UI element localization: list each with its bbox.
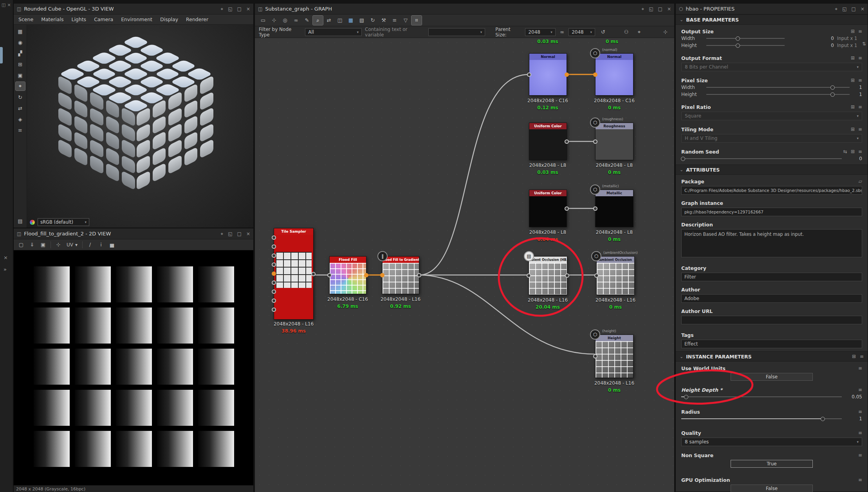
view3d-viewport[interactable]: sRGB (default) ▾ xyxy=(27,25,253,228)
random-seed-slider[interactable] xyxy=(681,158,842,159)
use-world-units-toggle[interactable]: False xyxy=(731,373,813,381)
input-port[interactable] xyxy=(272,298,276,303)
pixel-width-value[interactable]: 1 xyxy=(853,85,862,90)
pan-tool-icon[interactable]: ⊹ xyxy=(269,16,279,25)
menu-icon[interactable]: ≡ xyxy=(858,387,862,393)
uv-mode-select[interactable]: UV ▾ xyxy=(64,241,80,249)
category-field[interactable]: Filter xyxy=(681,273,862,281)
menu-icon[interactable]: ≡ xyxy=(858,127,862,132)
levels-icon[interactable]: ≡ xyxy=(390,16,400,25)
tiling-mode-select[interactable]: H and V Tiling ▾ xyxy=(681,134,862,143)
menu-icon[interactable]: ≡ xyxy=(858,104,862,110)
input-port[interactable] xyxy=(272,235,276,240)
float-icon[interactable]: ◱ xyxy=(228,231,232,237)
pin-icon[interactable]: ⌖ xyxy=(835,6,837,12)
node-ambient-occlusion-output[interactable]: Ambient Occlusion xyxy=(596,256,635,295)
link-mode-icon[interactable]: ∞ xyxy=(291,16,301,25)
node-metallic-output[interactable]: Metallic xyxy=(595,190,633,227)
colorspace-select[interactable]: sRGB (default) ▾ xyxy=(38,218,89,226)
tools-icon[interactable]: ⚒ xyxy=(379,16,389,25)
tags-field[interactable]: Effect xyxy=(681,340,862,348)
layers-icon[interactable]: ▤ xyxy=(16,217,25,225)
menu-display[interactable]: Display xyxy=(160,16,178,22)
menu-materials[interactable]: Materials xyxy=(41,16,63,22)
node-tile-sampler[interactable]: Tile Sampler xyxy=(274,228,314,320)
output-port[interactable] xyxy=(565,206,569,211)
output-port[interactable] xyxy=(364,273,368,277)
menu-icon[interactable]: ≡ xyxy=(858,78,862,83)
non-square-toggle[interactable]: True xyxy=(731,460,813,468)
radius-value[interactable]: 1 xyxy=(845,416,862,421)
display-mode-icon[interactable]: ▦ xyxy=(16,27,25,36)
view2d-canvas[interactable] xyxy=(14,250,253,485)
package-field[interactable]: C:/Program Files/Adobe/Adobe Substance 3… xyxy=(681,186,862,195)
float-icon[interactable]: ◱ xyxy=(842,6,846,12)
input-port[interactable] xyxy=(272,253,276,258)
pin-icon[interactable]: ⌖ xyxy=(220,231,223,237)
marquee-tool-icon[interactable]: ▭ xyxy=(258,16,268,25)
menu-icon[interactable]: ≡ xyxy=(858,55,862,61)
gpu-optimization-toggle[interactable]: False xyxy=(731,485,813,492)
output-node-icon[interactable]: ⬡ xyxy=(591,251,601,261)
transform-icon[interactable]: ⊹ xyxy=(53,240,63,250)
output-width-value[interactable]: 0 xyxy=(821,36,834,41)
input-port[interactable] xyxy=(327,273,332,277)
function-icon[interactable]: ⊞ xyxy=(851,78,855,83)
align-nodes-icon[interactable]: ▧ xyxy=(357,16,367,25)
graph-titlebar[interactable]: ◫ Substance_graph - GRAPH ⌖ ◱ □ × xyxy=(255,4,674,14)
output-height-slider[interactable] xyxy=(706,45,785,46)
info-icon[interactable]: i xyxy=(96,240,106,250)
properties-titlebar[interactable]: ⬡ hbao - PROPERTIES ⌖ ◱ □ × xyxy=(676,4,868,14)
settings-icon[interactable]: ≡ xyxy=(16,126,25,134)
split-view-icon[interactable]: ◫ xyxy=(335,16,345,25)
presentation-icon[interactable]: ⌖ xyxy=(634,27,644,37)
geometry-icon[interactable]: ▞ xyxy=(16,49,25,58)
input-port[interactable] xyxy=(527,273,531,278)
add-light-icon[interactable]: ⊞ xyxy=(16,60,25,69)
menu-icon[interactable]: ≡ xyxy=(858,29,862,34)
histogram-icon[interactable]: ▅ xyxy=(107,240,117,250)
pixel-height-slider[interactable] xyxy=(706,94,850,95)
menu-icon[interactable]: ≡ xyxy=(858,365,862,371)
close-icon[interactable]: × xyxy=(246,6,250,12)
parent-width-select[interactable]: 2048 ▾ xyxy=(525,28,556,36)
node-roughness-output[interactable]: Roughness xyxy=(595,123,633,160)
output-port[interactable] xyxy=(565,139,569,144)
maximize-icon[interactable]: □ xyxy=(237,231,242,237)
input-port[interactable] xyxy=(272,280,276,285)
snap-grid-icon[interactable]: ⌗ xyxy=(411,16,422,25)
output-port[interactable] xyxy=(417,273,421,277)
node-normal[interactable]: Normal xyxy=(529,53,567,96)
maximize-icon[interactable]: □ xyxy=(852,6,856,12)
node-uniform-color-2[interactable]: Uniform Color xyxy=(529,190,567,227)
parent-height-select[interactable]: 2048 ▾ xyxy=(568,28,595,36)
fit-content-icon[interactable]: ⇄ xyxy=(324,16,334,25)
render-icon[interactable]: ◉ xyxy=(16,38,25,47)
author-url-field[interactable] xyxy=(681,316,862,324)
menu-icon[interactable]: ≡ xyxy=(858,452,862,458)
height-depth-value[interactable]: 0.05 xyxy=(845,394,862,400)
reset-size-icon[interactable]: ↺ xyxy=(598,27,608,37)
maximize-icon[interactable]: □ xyxy=(658,6,662,12)
users-icon[interactable]: ⚇ xyxy=(621,27,631,37)
center-view-icon[interactable]: ⊹ xyxy=(660,27,670,37)
input-port[interactable] xyxy=(272,289,276,294)
folder-icon[interactable]: ▱ xyxy=(859,179,862,184)
pen-tool-icon[interactable]: ✎ xyxy=(302,16,312,25)
new-view-icon[interactable]: ▢ xyxy=(16,240,26,250)
node-flood-fill[interactable]: Flood Fill xyxy=(329,256,366,294)
float-icon[interactable]: ◱ xyxy=(649,6,653,12)
input-port[interactable] xyxy=(272,308,276,312)
description-field[interactable]: Horizon Based AO filter. Takes a height … xyxy=(681,229,862,257)
section-instance-parameters[interactable]: ⌄ INSTANCE PARAMETERS ⊞ ≡ xyxy=(676,351,868,362)
node-normal-output[interactable]: Normal xyxy=(595,53,633,96)
material-icon[interactable]: ▣ xyxy=(16,71,25,80)
orbit-tool-icon[interactable]: ⌖ xyxy=(16,82,25,90)
function-icon[interactable]: ⊞ xyxy=(851,55,855,61)
view2d-display-icon[interactable]: ∥ xyxy=(377,251,388,261)
input-port[interactable] xyxy=(593,354,597,358)
output-node-icon[interactable]: ⬡ xyxy=(590,48,600,58)
snapshot-icon[interactable]: ◎ xyxy=(280,16,290,25)
zoom-tool-icon[interactable]: ⌕ xyxy=(313,16,323,25)
collapsed-panel-tab[interactable] xyxy=(0,47,3,63)
